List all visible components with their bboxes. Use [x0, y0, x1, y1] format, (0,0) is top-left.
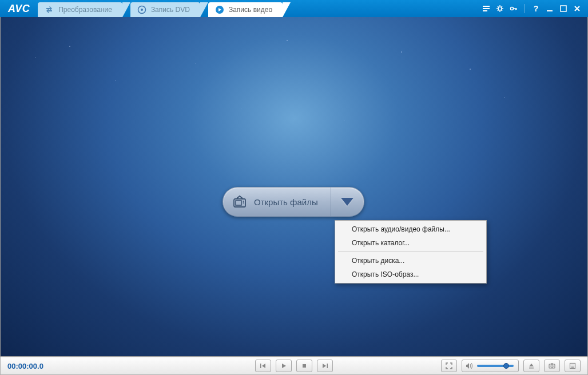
svg-rect-16 [327, 364, 328, 368]
svg-point-1 [141, 9, 143, 11]
gear-icon[interactable] [495, 3, 505, 14]
svg-point-12 [243, 201, 244, 202]
menu-open-av-files[interactable]: Открыть аудио/видео файлы... [337, 222, 484, 236]
svg-point-7 [511, 7, 514, 10]
svg-rect-14 [260, 364, 261, 368]
volume-slider[interactable] [477, 365, 514, 367]
svg-rect-11 [236, 201, 241, 205]
svg-rect-3 [483, 6, 490, 7]
menu-open-folder[interactable]: Открыть каталог... [337, 236, 484, 250]
menu-icon[interactable] [481, 3, 491, 14]
svg-rect-5 [483, 10, 487, 11]
title-bar: AVC Преобразование Запись DVD Запись вид… [0, 0, 588, 17]
menu-open-disc[interactable]: Открыть диска... [337, 254, 484, 268]
svg-rect-24 [571, 367, 574, 368]
svg-rect-15 [303, 364, 306, 368]
player-bar: 00:00:00.0 [0, 357, 588, 375]
main-video-area: Открыть файлы Открыть аудио/видео файлы.… [0, 17, 588, 357]
chevron-down-icon [341, 198, 353, 206]
minimize-button[interactable] [545, 3, 555, 14]
open-files-button[interactable]: Открыть файлы [223, 188, 331, 216]
tab-convert[interactable]: Преобразование [38, 2, 122, 17]
svg-rect-9 [561, 6, 566, 11]
open-files-button-group: Открыть файлы [223, 187, 364, 217]
tab-dvd[interactable]: Запись DVD [130, 2, 200, 17]
tab-label: Запись видео [229, 6, 272, 14]
eject-button[interactable] [523, 360, 539, 372]
svg-point-6 [498, 7, 502, 10]
svg-rect-4 [483, 8, 490, 9]
svg-rect-22 [571, 365, 574, 365]
playlist-button[interactable] [565, 360, 581, 372]
svg-rect-17 [529, 368, 534, 369]
menu-separator [338, 252, 483, 252]
svg-point-19 [551, 365, 553, 368]
open-files-dropdown-toggle[interactable] [331, 188, 364, 216]
window-controls: ? [481, 3, 588, 14]
stop-button[interactable] [296, 360, 312, 372]
play-button[interactable] [276, 360, 292, 372]
tab-label: Преобразование [58, 6, 112, 14]
tab-label: Запись DVD [151, 6, 190, 14]
divider [525, 4, 525, 13]
key-icon[interactable] [508, 3, 519, 14]
previous-button[interactable] [255, 360, 271, 372]
snapshot-button[interactable] [544, 360, 560, 372]
next-button[interactable] [317, 360, 333, 372]
play-icon [215, 5, 224, 14]
close-button[interactable] [572, 3, 582, 14]
right-controls [441, 360, 581, 372]
timecode-display: 00:00:00.0 [7, 362, 43, 370]
tv-icon [232, 194, 247, 209]
tab-video-record[interactable]: Запись видео [208, 2, 283, 17]
open-files-label: Открыть файлы [254, 197, 318, 207]
tabs-container: Преобразование Запись DVD Запись видео [38, 0, 284, 17]
bottom-bar-wrap: 00:00:00.0 [0, 357, 588, 375]
fullscreen-button[interactable] [441, 360, 457, 372]
volume-thumb[interactable] [503, 363, 509, 369]
open-dropdown-menu: Открыть аудио/видео файлы... Открыть кат… [335, 220, 487, 284]
app-logo: AVC [0, 3, 38, 15]
svg-point-13 [243, 202, 244, 204]
player-controls [255, 360, 333, 372]
volume-icon [466, 362, 474, 369]
maximize-button[interactable] [558, 3, 569, 14]
svg-rect-23 [571, 366, 574, 366]
svg-rect-8 [547, 10, 553, 11]
volume-control[interactable] [462, 360, 519, 372]
svg-rect-20 [551, 364, 553, 365]
menu-open-iso[interactable]: Открыть ISO-образ... [337, 268, 484, 281]
help-icon[interactable]: ? [531, 3, 541, 14]
convert-icon [45, 5, 54, 14]
dvd-icon [137, 5, 146, 14]
